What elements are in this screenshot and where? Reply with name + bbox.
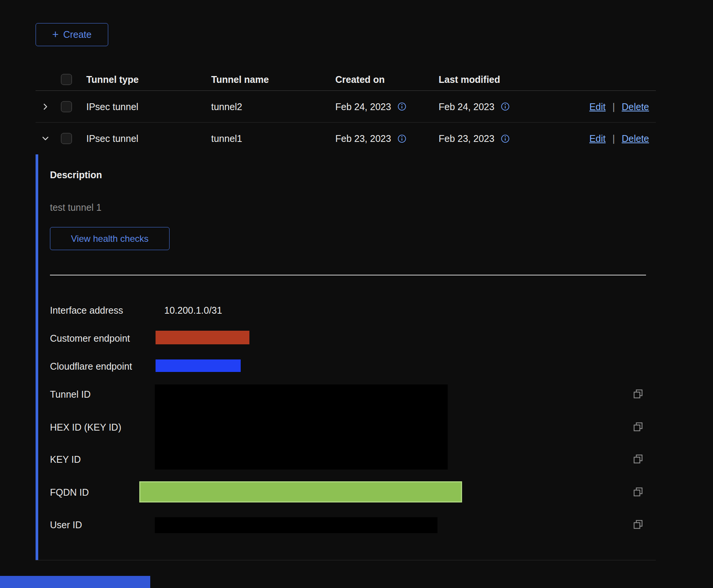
fqdn-id-label: FQDN ID bbox=[50, 487, 89, 498]
info-icon-glyph bbox=[397, 134, 407, 143]
info-icon[interactable] bbox=[500, 134, 510, 143]
table-header-row: Tunnel type Tunnel name Created on Last … bbox=[36, 68, 656, 91]
info-icon-glyph bbox=[397, 102, 407, 112]
interface-address-value: 10.200.1.0/31 bbox=[164, 305, 222, 316]
column-header-tunnel-type: Tunnel type bbox=[86, 74, 139, 85]
user-id-label: User ID bbox=[50, 520, 82, 530]
table-row: IPsec tunnel tunnel1 Feb 23, 2023 Feb 23… bbox=[36, 123, 656, 154]
row-actions: Edit | Delete bbox=[589, 101, 649, 112]
info-icon[interactable] bbox=[397, 134, 407, 143]
user-id-redacted-value bbox=[155, 517, 437, 533]
copy-key-id-button[interactable] bbox=[632, 453, 644, 465]
last-modified-cell: Feb 24, 2023 bbox=[439, 101, 510, 112]
copy-icon bbox=[633, 519, 643, 530]
collapse-row-button[interactable] bbox=[38, 131, 53, 146]
cloudflare-endpoint-label: Cloudflare endpoint bbox=[50, 361, 132, 372]
action-separator: | bbox=[612, 133, 615, 144]
last-modified-cell: Feb 23, 2023 bbox=[439, 133, 510, 144]
last-modified-value: Feb 23, 2023 bbox=[439, 133, 494, 144]
chevron-right-icon bbox=[41, 103, 50, 111]
customer-endpoint-label: Customer endpoint bbox=[50, 333, 130, 344]
delete-link[interactable]: Delete bbox=[622, 101, 649, 112]
tunnels-table: Tunnel type Tunnel name Created on Last … bbox=[36, 68, 656, 560]
tunnel-detail-panel: Description test tunnel 1 View health ch… bbox=[36, 154, 656, 560]
horizontal-scrollbar[interactable] bbox=[0, 576, 150, 588]
view-health-checks-button[interactable]: View health checks bbox=[50, 227, 170, 250]
copy-icon bbox=[633, 389, 643, 399]
fqdn-id-redacted-value bbox=[139, 481, 462, 502]
copy-user-id-button[interactable] bbox=[632, 518, 644, 530]
last-modified-value: Feb 24, 2023 bbox=[439, 101, 494, 112]
column-header-tunnel-name: Tunnel name bbox=[211, 74, 269, 85]
edit-link[interactable]: Edit bbox=[589, 133, 606, 144]
column-header-last-modified: Last modified bbox=[439, 74, 500, 85]
column-header-created-on: Created on bbox=[335, 74, 385, 85]
section-divider bbox=[50, 275, 646, 275]
description-value: test tunnel 1 bbox=[50, 202, 101, 213]
tunnel-type-cell: IPsec tunnel bbox=[86, 101, 139, 112]
tunnel-name-cell: tunnel1 bbox=[211, 133, 242, 144]
ids-redacted-value bbox=[155, 384, 448, 470]
copy-fqdn-id-button[interactable] bbox=[632, 486, 644, 498]
info-icon-glyph bbox=[500, 102, 510, 112]
create-button-label: Create bbox=[63, 29, 92, 40]
table-row: IPsec tunnel tunnel2 Feb 24, 2023 Feb 24… bbox=[36, 91, 656, 123]
copy-icon bbox=[633, 422, 643, 432]
row-checkbox[interactable] bbox=[61, 133, 72, 144]
created-on-cell: Feb 23, 2023 bbox=[335, 133, 407, 144]
created-on-value: Feb 23, 2023 bbox=[335, 133, 391, 144]
customer-endpoint-redacted-value bbox=[156, 331, 249, 344]
delete-link[interactable]: Delete bbox=[622, 133, 649, 144]
row-actions: Edit | Delete bbox=[589, 133, 649, 144]
copy-icon bbox=[633, 487, 643, 497]
copy-tunnel-id-button[interactable] bbox=[632, 388, 644, 400]
created-on-value: Feb 24, 2023 bbox=[335, 101, 391, 112]
info-icon[interactable] bbox=[397, 102, 407, 112]
cloudflare-endpoint-redacted-value bbox=[156, 359, 241, 372]
tunnel-id-label: Tunnel ID bbox=[50, 389, 90, 400]
key-id-label: KEY ID bbox=[50, 454, 81, 465]
copy-hex-id-button[interactable] bbox=[632, 421, 644, 433]
interface-address-label: Interface address bbox=[50, 305, 123, 316]
hex-id-label: HEX ID (KEY ID) bbox=[50, 422, 121, 433]
info-icon-glyph bbox=[500, 134, 510, 143]
row-checkbox[interactable] bbox=[61, 101, 72, 112]
expanded-row-indicator bbox=[36, 154, 38, 560]
expand-row-button[interactable] bbox=[38, 99, 53, 114]
create-button[interactable]: + Create bbox=[36, 23, 108, 46]
description-label: Description bbox=[50, 170, 102, 180]
tunnel-type-cell: IPsec tunnel bbox=[86, 133, 139, 144]
plus-icon: + bbox=[52, 29, 59, 40]
action-separator: | bbox=[612, 101, 615, 112]
select-all-checkbox[interactable] bbox=[61, 74, 72, 85]
created-on-cell: Feb 24, 2023 bbox=[335, 101, 407, 112]
info-icon[interactable] bbox=[500, 102, 510, 112]
tunnel-name-cell: tunnel2 bbox=[211, 101, 242, 112]
copy-icon bbox=[633, 454, 643, 464]
chevron-down-icon bbox=[41, 134, 50, 143]
ipsec-tunnels-page: + Create Tunnel type Tunnel name Created… bbox=[0, 0, 713, 588]
edit-link[interactable]: Edit bbox=[589, 101, 606, 112]
